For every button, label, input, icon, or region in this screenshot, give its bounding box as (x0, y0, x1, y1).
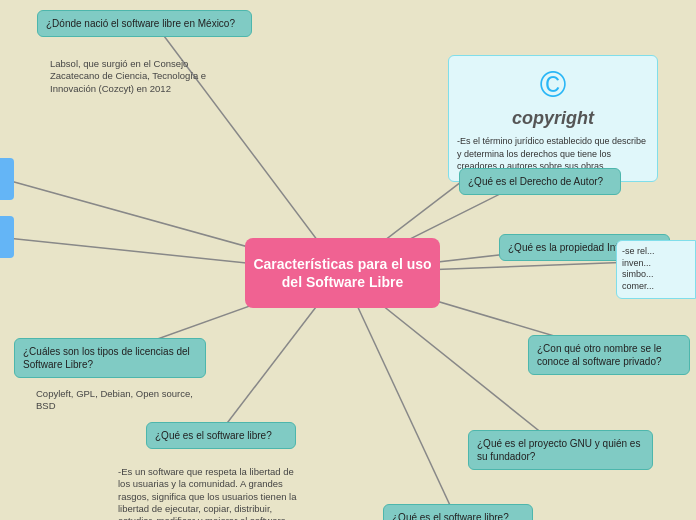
node-tipos-licencias: ¿Cuáles son los tipos de licencias del S… (14, 338, 206, 378)
copyright-symbol: © (457, 64, 649, 106)
node-labsol: Labsol, que surgió en el Consejo Zacatec… (42, 52, 242, 101)
node-right-partial: -se rel...inven...simbo...comer... (616, 240, 696, 299)
left-tab-2 (0, 216, 14, 258)
node-software-libre-left: ¿Qué es el software libre? (146, 422, 296, 449)
node-software-libre-bottom: ¿Qué es el software libre? (383, 504, 533, 520)
node-proyecto-gnu: ¿Qué es el proyecto GNU y quién es su fu… (468, 430, 653, 470)
left-tab-1 (0, 158, 14, 200)
copyright-title: copyright (457, 108, 649, 129)
mind-map-container: Características para el uso del Software… (0, 0, 696, 520)
copyright-box: 📌 © copyright -Es el término jurídico es… (448, 55, 658, 182)
central-node: Características para el uso del Software… (245, 238, 440, 308)
node-licencias-answer: Copyleft, GPL, Debian, Open source, BSD (28, 382, 213, 419)
svg-line-6 (342, 273, 455, 516)
node-donde-nacio: ¿Dónde nació el software libre en México… (37, 10, 252, 37)
node-software-libre-desc: -Es un software que respeta la libertad … (110, 460, 305, 520)
node-derecho-autor: ¿Qué es el Derecho de Autor? (459, 168, 621, 195)
node-otro-nombre: ¿Con qué otro nombre se le conoce al sof… (528, 335, 690, 375)
